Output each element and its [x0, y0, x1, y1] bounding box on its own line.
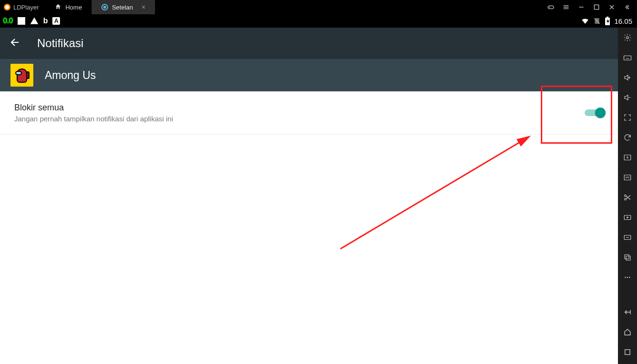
settings-page: Notifikasi Among Us Blokir semua Jangan … — [0, 28, 618, 364]
tool-scissors-icon[interactable] — [622, 192, 633, 203]
gamepad-icon[interactable] — [547, 3, 555, 11]
tool-volume-up-icon[interactable] — [622, 72, 633, 83]
tool-screenshot-icon[interactable] — [622, 232, 633, 243]
svg-point-5 — [627, 37, 629, 39]
window-titlebar: LDPlayer Home Setelan × — [0, 0, 637, 14]
svg-line-4 — [340, 137, 528, 249]
tab-settings-label: Setelan — [112, 4, 133, 11]
tab-settings[interactable]: Setelan × — [92, 0, 155, 14]
menu-icon[interactable] — [562, 3, 570, 11]
svg-rect-14 — [625, 255, 629, 259]
tool-apk-icon[interactable]: APK — [622, 172, 633, 183]
svg-point-16 — [625, 277, 626, 278]
status-clock: 16.05 — [614, 17, 632, 25]
close-icon[interactable] — [607, 3, 616, 11]
status-square-icon — [18, 17, 25, 25]
wifi-icon — [581, 17, 589, 25]
tool-volume-down-icon[interactable] — [622, 92, 633, 103]
android-statusbar: 0.0 b A 16.05 — [0, 14, 637, 28]
tool-keyboard-icon[interactable] — [622, 52, 633, 63]
among-us-crewmate-icon — [15, 67, 29, 84]
svg-rect-6 — [624, 56, 631, 60]
annotation-arrow — [338, 132, 536, 251]
page-header: Notifikasi — [0, 28, 618, 59]
tab-close-button[interactable]: × — [141, 3, 145, 11]
svg-rect-19 — [625, 350, 630, 355]
svg-rect-1 — [594, 5, 598, 9]
fps-counter: 0.0 — [3, 16, 13, 26]
emulator-sidebar: APK — [618, 28, 637, 364]
tab-home-label: Home — [65, 4, 82, 11]
setting-block-all[interactable]: Blokir semua Jangan pernah tampilkan not… — [0, 91, 618, 135]
back-button[interactable] — [10, 37, 21, 50]
svg-point-18 — [629, 277, 630, 278]
android-home-button[interactable] — [622, 327, 633, 337]
svg-text:APK: APK — [625, 177, 629, 179]
tool-add-1-icon[interactable] — [622, 152, 633, 163]
tool-fullscreen-icon[interactable] — [622, 112, 633, 123]
tool-gear-icon[interactable] — [622, 32, 633, 43]
no-sim-icon — [593, 17, 601, 25]
tool-sync-icon[interactable] — [622, 132, 633, 143]
emulator-brand: LDPlayer — [0, 4, 45, 11]
tool-multi-instance-icon[interactable] — [622, 252, 633, 263]
minimize-icon[interactable] — [577, 3, 586, 11]
home-icon — [55, 3, 61, 11]
window-controls — [541, 3, 637, 11]
collapse-sidebar-icon[interactable] — [623, 3, 631, 11]
warning-icon — [30, 17, 39, 25]
android-back-button[interactable] — [622, 307, 633, 317]
tool-record-icon[interactable] — [622, 212, 633, 223]
battery-icon — [605, 17, 610, 25]
svg-rect-0 — [548, 6, 554, 9]
ldplayer-logo-icon — [4, 4, 10, 10]
settings-gear-icon — [101, 4, 108, 10]
page-title: Notifikasi — [37, 37, 83, 50]
annotation-highlight-box — [541, 86, 612, 144]
svg-rect-15 — [626, 256, 630, 260]
svg-rect-3 — [607, 17, 608, 18]
app-icon — [10, 64, 33, 87]
tool-more-icon[interactable] — [622, 272, 633, 283]
tab-home[interactable]: Home — [45, 0, 92, 14]
status-a-icon: A — [52, 17, 60, 25]
status-b-icon: b — [43, 17, 48, 25]
setting-title: Blokir semua — [14, 103, 585, 113]
app-name: Among Us — [45, 69, 96, 82]
emulator-brand-label: LDPlayer — [13, 4, 39, 11]
svg-point-17 — [627, 277, 628, 278]
app-header: Among Us — [0, 59, 618, 91]
maximize-icon[interactable] — [592, 3, 601, 11]
setting-subtitle: Jangan pernah tampilkan notifikasi dari … — [14, 115, 585, 123]
android-recents-button[interactable] — [622, 347, 633, 357]
